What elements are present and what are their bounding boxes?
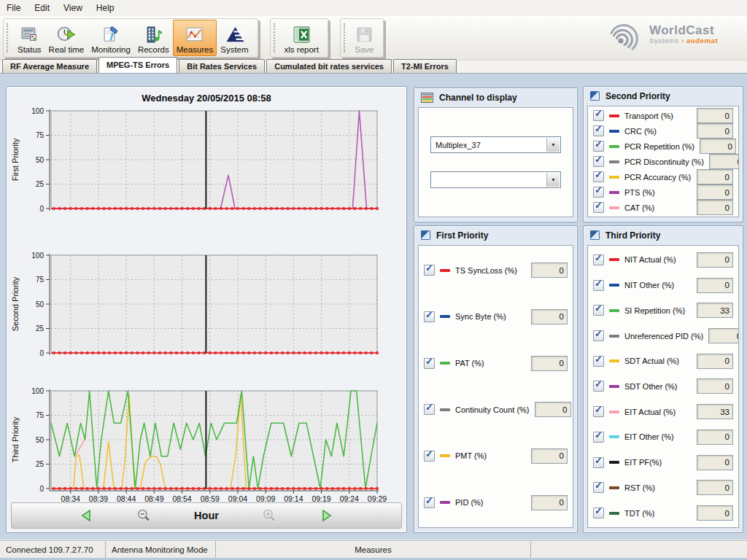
value-box: 0 [697, 505, 733, 521]
color-swatch [440, 454, 450, 457]
zoom-in-button[interactable] [262, 508, 276, 523]
menu-edit[interactable]: Edit [34, 3, 50, 13]
legend-label: EIT Other (%) [624, 432, 692, 441]
legend-label: SI Repetition (%) [624, 306, 692, 315]
color-swatch [440, 269, 450, 272]
menu-help[interactable]: Help [96, 3, 115, 13]
check-icon: ✓ [595, 109, 603, 118]
first-priority-panel: First Priority ✓TS SyncLoss (%)0✓Sync By… [414, 225, 578, 533]
check-icon: ✓ [595, 329, 603, 338]
checkbox-nit-other[interactable]: ✓ [593, 280, 604, 291]
legend-label: EIT PF(%) [624, 458, 692, 467]
color-swatch [609, 385, 619, 388]
real-time-button-label: Real time [49, 45, 85, 54]
checkbox-continuity-count[interactable]: ✓ [424, 404, 435, 415]
second-priority-header: Second Priority [584, 87, 743, 105]
checkbox-pmt[interactable]: ✓ [424, 451, 435, 462]
nav-next-button[interactable] [320, 508, 334, 523]
value-box: 0 [531, 262, 568, 278]
checkbox-transport[interactable]: ✓ [593, 110, 604, 121]
check-icon: ✓ [595, 405, 603, 414]
tab-rf-average-measure[interactable]: RF Average Measure [2, 59, 97, 73]
zoom-out-button[interactable] [136, 508, 151, 523]
chart-first-priority: 0255075100First Priority [9, 106, 403, 217]
toolbar-drag-handle[interactable] [344, 23, 347, 52]
legend-row-unreferenced-pid: ✓Unreferenced PID (%)0 [593, 328, 733, 343]
measures-button[interactable]: Measures [173, 20, 217, 56]
checkbox-nit-actual[interactable]: ✓ [593, 254, 604, 265]
svg-text:0: 0 [39, 349, 44, 357]
checkbox-unreferenced-pid[interactable]: ✓ [593, 330, 604, 341]
tab-cumulated-bit-rates-services[interactable]: Cumulated bit rates services [266, 59, 392, 73]
checkbox-pcr-accuracy[interactable]: ✓ [593, 171, 604, 182]
chevron-down-icon[interactable]: ▼ [546, 138, 560, 152]
checkbox-tdt[interactable]: ✓ [593, 508, 604, 518]
legend-row-continuity-count: ✓Continuity Count (%)0 [424, 402, 568, 417]
system-button[interactable]: System [217, 20, 252, 56]
value-box: 0 [708, 328, 739, 343]
menu-bar: FileEditViewHelp [0, 0, 747, 17]
value-box: 0 [697, 252, 733, 268]
checkbox-cat[interactable]: ✓ [593, 202, 604, 213]
toolbar-drag-handle[interactable] [274, 23, 277, 52]
legend-row-eit-pf: ✓EIT PF(%)0 [593, 455, 733, 470]
menu-view[interactable]: View [63, 3, 82, 13]
check-icon: ✓ [425, 310, 433, 319]
brand-title: WorldCast [649, 24, 718, 36]
color-swatch [609, 130, 619, 133]
checkbox-sdt-other[interactable]: ✓ [593, 381, 604, 392]
value-box: 0 [697, 169, 733, 184]
checkbox-sdt-actual[interactable]: ✓ [593, 356, 604, 367]
checkbox-si-repetition[interactable]: ✓ [593, 305, 604, 316]
value-box: 0 [697, 278, 733, 293]
checkbox-pid[interactable]: ✓ [424, 497, 435, 508]
channel-grid-icon [421, 93, 433, 103]
save-button-label: Save [355, 45, 374, 54]
color-swatch [609, 461, 619, 464]
legend-row-sdt-other: ✓SDT Other (%)0 [593, 378, 733, 394]
legend-label: Continuity Count (%) [455, 405, 530, 414]
status-button[interactable]: Status [14, 20, 45, 56]
legend-label: PID (%) [455, 498, 526, 507]
xls-report-button[interactable]: xls report [281, 20, 322, 56]
checkbox-pcr-repetition[interactable]: ✓ [593, 141, 604, 152]
value-box: 0 [697, 184, 733, 200]
service-dropdown[interactable]: ▼ [430, 171, 561, 188]
svg-text:0: 0 [39, 485, 44, 493]
chevron-down-icon[interactable]: ▼ [546, 173, 560, 187]
toolbar-drag-handle[interactable] [7, 23, 10, 52]
checkbox-eit-other[interactable]: ✓ [593, 432, 604, 443]
monitoring-button[interactable]: Monitoring [88, 20, 134, 56]
save-button[interactable]: Save [351, 20, 378, 56]
chart-third-priority: 0255075100Third Priority08:3408:3908:440… [9, 386, 403, 519]
channel-panel-body: Multiplex_37 ▼ ▼ [418, 107, 573, 217]
first-priority-header: First Priority [414, 226, 577, 244]
legend-label: EIT Actual (%) [624, 408, 692, 416]
legend-label: CAT (%) [624, 203, 692, 212]
checkbox-ts-syncloss[interactable]: ✓ [424, 265, 435, 276]
tab-t2-mi-errors[interactable]: T2-MI Errors [393, 59, 457, 73]
real-time-button[interactable]: Real time [45, 20, 88, 56]
third-priority-title: Third Priority [605, 230, 660, 241]
tab-mpeg-ts-errors[interactable]: MPEG-TS Errors [98, 57, 177, 73]
records-button[interactable]: Records [134, 20, 173, 56]
color-swatch [609, 258, 619, 261]
menu-file[interactable]: File [7, 3, 20, 13]
checkbox-pat[interactable]: ✓ [424, 358, 435, 369]
tab-bit-rates-services[interactable]: Bit Rates Services [179, 59, 265, 73]
check-icon: ✓ [595, 185, 603, 195]
multiplex-dropdown-value: Multiplex_37 [436, 141, 481, 149]
nav-previous-button[interactable] [79, 508, 93, 523]
checkbox-eit-actual[interactable]: ✓ [593, 406, 604, 417]
checkbox-crc[interactable]: ✓ [593, 125, 604, 136]
checkbox-eit-pf[interactable]: ✓ [593, 457, 604, 468]
status-section-2: Antenna Monitoring Mode [106, 541, 216, 558]
checkbox-sync-byte[interactable]: ✓ [424, 311, 435, 322]
multiplex-dropdown[interactable]: Multiplex_37 ▼ [430, 136, 561, 153]
check-icon: ✓ [425, 263, 433, 273]
checkbox-pcr-discontinuity[interactable]: ✓ [593, 156, 604, 167]
checkbox-rst[interactable]: ✓ [593, 482, 604, 493]
checkbox-pts[interactable]: ✓ [593, 187, 604, 198]
content-area: Wednesday 20/05/2015 08:58 0255075100Fir… [0, 73, 747, 540]
legend-row-pid: ✓PID (%)0 [424, 495, 568, 510]
